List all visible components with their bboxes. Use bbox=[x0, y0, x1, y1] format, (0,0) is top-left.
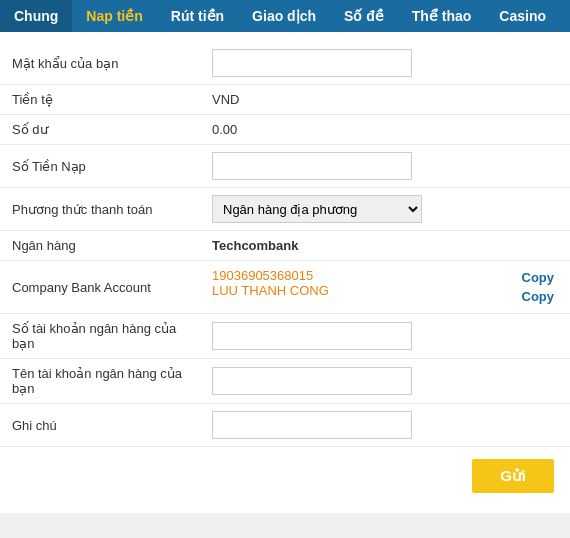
phuong-thuc-label: Phương thức thanh toán bbox=[0, 188, 200, 231]
ghi-chu-cell bbox=[200, 404, 570, 447]
so-tai-khoan-input[interactable] bbox=[212, 322, 412, 350]
nav-the-thao[interactable]: Thể thao bbox=[398, 0, 486, 32]
ghi-chu-label: Ghi chú bbox=[0, 404, 200, 447]
so-du-value: 0.00 bbox=[200, 115, 570, 145]
phuong-thuc-row: Phương thức thanh toán Ngân hàng địa phư… bbox=[0, 188, 570, 231]
so-tien-nap-cell bbox=[200, 145, 570, 188]
bank-account-info: 19036905368015 LUU THANH CONG bbox=[212, 268, 510, 298]
bank-account-num: 19036905368015 bbox=[212, 268, 510, 283]
ngan-hang-label: Ngân hàng bbox=[0, 231, 200, 261]
mat-khau-cell bbox=[200, 42, 570, 85]
submit-row: Gửi bbox=[0, 447, 570, 493]
main-content: Mật khẩu của bạn Tiền tệ VND Số dư 0.00 … bbox=[0, 32, 570, 513]
nav-rut-tien[interactable]: Rút tiền bbox=[157, 0, 238, 32]
so-tien-nap-row: Số Tiền Nạp bbox=[0, 145, 570, 188]
nav-nap-tien[interactable]: Nap tiền bbox=[72, 0, 156, 32]
ghi-chu-row: Ghi chú bbox=[0, 404, 570, 447]
ngan-hang-row: Ngân hàng Techcombank bbox=[0, 231, 570, 261]
nav-so-de[interactable]: Số đề bbox=[330, 0, 398, 32]
nav-casino[interactable]: Casino bbox=[485, 0, 560, 32]
ngan-hang-value: Techcombank bbox=[200, 231, 570, 261]
mat-khau-label: Mật khẩu của bạn bbox=[0, 42, 200, 85]
so-tien-nap-label: Số Tiền Nạp bbox=[0, 145, 200, 188]
so-tai-khoan-cell bbox=[200, 314, 570, 359]
phuong-thuc-cell: Ngân hàng địa phương bbox=[200, 188, 570, 231]
navbar: Chung Nap tiền Rút tiền Giao dịch Số đề … bbox=[0, 0, 570, 32]
tien-te-value: VND bbox=[200, 85, 570, 115]
deposit-form: Mật khẩu của bạn Tiền tệ VND Số dư 0.00 … bbox=[0, 42, 570, 447]
copy-account-num-button[interactable]: Copy bbox=[518, 268, 559, 287]
tien-te-row: Tiền tệ VND bbox=[0, 85, 570, 115]
copy-buttons: Copy Copy bbox=[518, 268, 559, 306]
so-du-label: Số dư bbox=[0, 115, 200, 145]
company-bank-row: Company Bank Account 19036905368015 LUU … bbox=[0, 261, 570, 314]
ten-tai-khoan-label: Tên tài khoản ngân hàng của bạn bbox=[0, 359, 200, 404]
nav-chung[interactable]: Chung bbox=[0, 0, 72, 32]
so-tai-khoan-label: Số tài khoản ngân hàng của bạn bbox=[0, 314, 200, 359]
so-tai-khoan-row: Số tài khoản ngân hàng của bạn bbox=[0, 314, 570, 359]
so-tien-nap-input[interactable] bbox=[212, 152, 412, 180]
bank-account-name: LUU THANH CONG bbox=[212, 283, 510, 298]
ghi-chu-input[interactable] bbox=[212, 411, 412, 439]
company-bank-label: Company Bank Account bbox=[0, 261, 200, 314]
ten-tai-khoan-cell bbox=[200, 359, 570, 404]
so-du-row: Số dư 0.00 bbox=[0, 115, 570, 145]
phuong-thuc-select[interactable]: Ngân hàng địa phương bbox=[212, 195, 422, 223]
tien-te-label: Tiền tệ bbox=[0, 85, 200, 115]
copy-account-name-button[interactable]: Copy bbox=[518, 287, 559, 306]
ten-tai-khoan-input[interactable] bbox=[212, 367, 412, 395]
nav-giao-dich[interactable]: Giao dịch bbox=[238, 0, 330, 32]
ten-tai-khoan-row: Tên tài khoản ngân hàng của bạn bbox=[0, 359, 570, 404]
mat-khau-input[interactable] bbox=[212, 49, 412, 77]
company-bank-cell: 19036905368015 LUU THANH CONG Copy Copy bbox=[200, 261, 570, 314]
mat-khau-row: Mật khẩu của bạn bbox=[0, 42, 570, 85]
submit-button[interactable]: Gửi bbox=[472, 459, 554, 493]
